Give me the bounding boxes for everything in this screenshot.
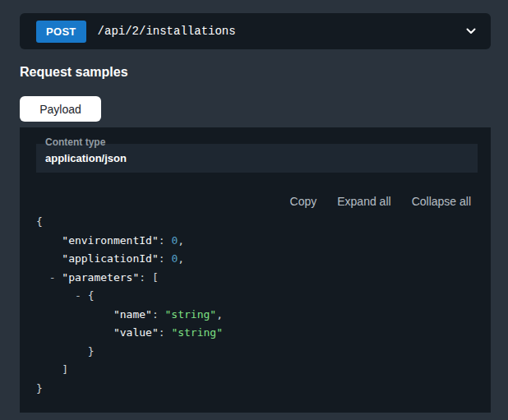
collapse-all-button[interactable]: Collapse all — [412, 195, 471, 208]
sample-actions: Copy Expand all Collapse all — [20, 195, 471, 208]
collapse-toggle[interactable]: - — [75, 289, 81, 302]
code-line: { — [36, 213, 491, 232]
content-type-value: application/json — [36, 144, 478, 173]
chevron-down-icon[interactable] — [464, 25, 478, 38]
page: POST /api/2/installations Request sample… — [0, 0, 508, 413]
copy-button[interactable]: Copy — [290, 195, 317, 208]
code-line: "applicationId": 0, — [36, 250, 491, 269]
code-line: "environmentId": 0, — [36, 232, 491, 251]
code-line: } — [36, 343, 491, 362]
code-line: - { — [36, 287, 491, 306]
json-sample-code: { "environmentId": 0, "applicationId": 0… — [36, 213, 491, 398]
code-line: "value": "string" — [36, 324, 491, 343]
content-type-select[interactable]: Content type application/json — [36, 144, 478, 173]
section-title: Request samples — [20, 66, 491, 79]
endpoint-path: /api/2/installations — [98, 25, 464, 38]
expand-all-button[interactable]: Expand all — [337, 195, 390, 208]
http-method-badge: POST — [36, 21, 86, 43]
code-line: "name": "string", — [36, 306, 491, 325]
code-line: ] — [36, 361, 491, 380]
code-line: } — [36, 380, 491, 399]
endpoint-bar[interactable]: POST /api/2/installations — [20, 13, 491, 49]
tab-payload[interactable]: Payload — [20, 96, 101, 122]
code-line: - "parameters": [ — [36, 269, 491, 288]
tab-payload-label: Payload — [39, 103, 81, 116]
content-type-label: Content type — [45, 136, 105, 148]
request-sample-panel: Content type application/json Copy Expan… — [20, 127, 491, 413]
